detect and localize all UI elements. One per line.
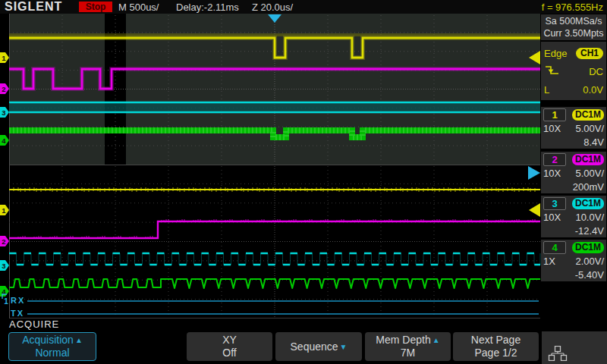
xy-button-label: XY [222,334,237,347]
channel-4-scale: 2.00V/ [575,256,604,267]
trigger-source-badge: CH1 [576,48,603,59]
next-page-button-label: Next Page [471,334,521,347]
channel-3-info-box[interactable]: 3 DC1M 10X 10.0V/ -12.4V [541,196,606,237]
ch1-position-marker-zoom[interactable] [0,205,9,215]
ch3-position-marker-main[interactable] [0,107,9,118]
svg-text:1: 1 [2,54,6,62]
svg-text:1: 1 [2,206,6,215]
ch4-position-marker-main[interactable] [0,135,9,146]
brand-logo: SIGLENT [5,0,62,14]
sample-rate-readout: Sa 500MSa/s [541,15,606,27]
memory-depth-readout: Curr 3.50Mpts [541,27,606,39]
frequency-counter: f = 976.555Hz [542,2,603,13]
svg-text:3: 3 [2,262,5,270]
ch3-position-marker-zoom[interactable] [0,260,9,271]
next-page-button[interactable]: Next Page Page 1/2 [453,332,539,361]
ch4-position-marker-zoom[interactable] [0,286,9,297]
channel-4-info-box[interactable]: 4 DC1M 1X 2.00V/ -5.40V [541,240,606,281]
lan-network-icon [548,346,568,361]
svg-text:3: 3 [2,108,5,117]
channel-3-probe: 10X [543,212,561,223]
channel-1-probe: 10X [543,123,561,134]
sequence-button-label: Sequence [291,340,338,353]
channel-1-coupling-badge: DC1M [572,109,604,121]
falling-edge-icon [544,64,561,79]
trigger-level-label: L [544,84,549,96]
delay-readout: Delay:-2.11ms [176,2,239,13]
channel-2-offset: 200mV [573,181,604,193]
ch2-position-marker-main[interactable] [0,83,9,94]
xy-button-value: Off [222,347,236,359]
channel-4-coupling-badge: DC1M [572,242,604,253]
acquisition-button-label: Acquisition [22,334,74,347]
channel-3-offset: -12.4V [575,225,604,237]
channel-2-scale: 5.00V/ [575,168,604,179]
channel-2-number: 2 [543,153,566,166]
zoom-waveform-window [9,165,540,318]
trigger-level-readout: 0.0V [583,84,603,96]
channel-1-scale: 5.00V/ [575,123,604,134]
xy-mode-button[interactable]: XY Off [187,332,272,361]
channel-2-coupling-badge: DC1M [572,154,604,165]
ch1-position-marker-main[interactable] [0,52,9,63]
svg-text:1: 1 [4,297,8,306]
up-arrow-icon: ▲ [432,334,440,347]
trigger-type-label: Edge [544,48,567,59]
decode-rx-label: RX [11,296,25,305]
serial-bus-marker[interactable] [2,294,7,299]
timebase-readout: M 500us/ [118,2,159,13]
channel-2-probe: 10X [543,168,561,179]
trigger-coupling-readout: DC [589,66,603,77]
status-bar: SIGLENT Stop M 500us/ Delay:-2.11ms Z 20… [0,0,607,14]
channel-3-coupling-badge: DC1M [572,198,604,209]
main-waveform-window [9,14,540,165]
oscilloscope-screen: SIGLENT Stop M 500us/ Delay:-2.11ms Z 20… [0,0,607,364]
channel-2-info-box[interactable]: 2 DC1M 10X 5.00V/ 200mV [541,152,606,193]
run-state-badge[interactable]: Stop [79,2,112,12]
channel-4-probe: 1X [543,256,555,267]
sequence-button[interactable]: Sequence ▼ [275,332,362,361]
channel-3-scale: 10.0V/ [575,212,604,223]
zoom-timebase-readout: Z 20.0us/ [252,2,293,13]
down-arrow-icon: ▼ [340,340,348,353]
channel-4-offset: -5.40V [575,269,604,281]
trigger-info-panel[interactable]: Edge CH1 DC L 0.0V [541,42,606,100]
svg-text:4: 4 [2,287,6,296]
svg-text:2: 2 [2,237,5,246]
svg-text:4: 4 [2,136,6,145]
mem-depth-button-value: 7M [401,347,415,359]
status-tray [542,331,607,364]
mem-depth-button[interactable]: Mem Depth ▲ 7M [365,332,451,361]
up-arrow-icon: ▲ [75,334,83,347]
decode-tx-label: TX [11,309,24,318]
zoom-region-band[interactable] [105,14,126,165]
menu-title: ACQUIRE [9,318,59,330]
svg-text:2: 2 [2,85,5,93]
channel-4-number: 4 [543,241,566,254]
next-page-button-value: Page 1/2 [474,347,517,359]
channel-1-number: 1 [543,108,566,121]
mem-depth-button-label: Mem Depth [376,334,430,347]
channel-1-offset: 8.4V [583,136,604,148]
channel-3-number: 3 [543,197,566,210]
acquisition-button-value: Normal [35,347,69,359]
acquisition-mode-button[interactable]: Acquisition ▲ Normal [8,332,96,361]
ch2-position-marker-zoom[interactable] [0,236,9,246]
acquisition-info-panel: Sa 500MSa/s Curr 3.50Mpts [541,14,606,40]
channel-1-info-box[interactable]: 1 DC1M 10X 5.00V/ 8.4V [541,107,606,149]
